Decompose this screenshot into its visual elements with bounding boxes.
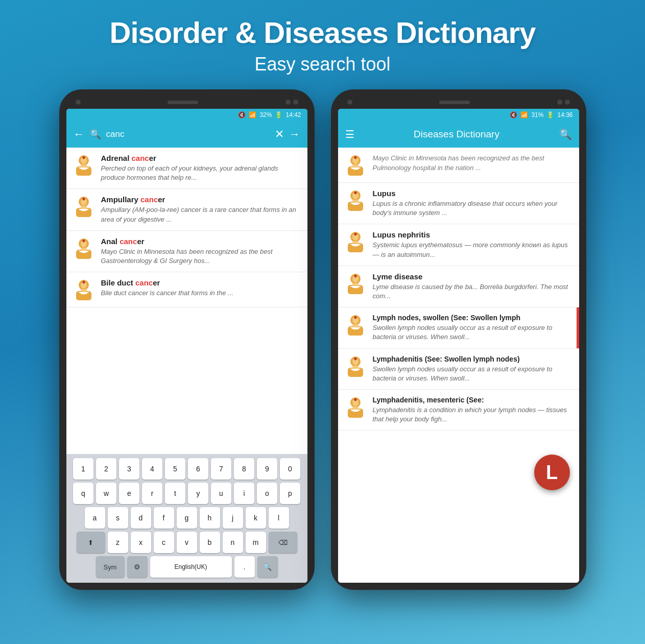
key-9[interactable]: 9	[257, 458, 277, 480]
key-z[interactable]: z	[108, 532, 128, 553]
disease-content: Lymphadenitis, mesenteric (See: Lymphade…	[373, 396, 573, 424]
menu-button[interactable]: ☰	[345, 128, 354, 140]
app-title: Diseases Dictionary	[361, 129, 553, 140]
disease-content: Lupus nephritis Systemic lupus erythemat…	[373, 230, 573, 259]
doctor-avatar-svg	[74, 196, 93, 217]
key-q[interactable]: q	[73, 483, 93, 504]
key-t[interactable]: t	[165, 483, 185, 504]
key-0[interactable]: 0	[280, 458, 300, 480]
main-title: Disorder & Diseases Dictionary	[110, 15, 536, 50]
list-item[interactable]: Lupus nephritis Systemic lupus erythemat…	[338, 224, 579, 266]
key-c[interactable]: c	[154, 532, 174, 553]
title-suffix: er	[137, 237, 144, 246]
key-7[interactable]: 7	[211, 458, 231, 480]
key-i[interactable]: i	[234, 483, 254, 504]
list-item[interactable]: Bile duct cancer Bile duct cancer is can…	[66, 272, 307, 307]
subtitle: Easy search tool	[110, 54, 536, 75]
svg-rect-47	[354, 274, 356, 277]
phone-right: 🔇 📶 31% 🔋 14:36 ☰ Diseases Dictionary 🔍	[331, 89, 586, 590]
disease-title: Lymphadenitis, mesenteric (See:	[373, 396, 573, 404]
title-highlight: canc	[132, 154, 149, 162]
key-f[interactable]: f	[154, 507, 174, 529]
key-1[interactable]: 1	[73, 458, 93, 480]
svg-rect-65	[354, 398, 356, 401]
search-input[interactable]	[106, 129, 270, 139]
key-backspace[interactable]: ⌫	[269, 532, 297, 553]
key-w[interactable]: w	[96, 483, 116, 504]
avatar	[73, 195, 95, 218]
dot1-left	[285, 100, 291, 105]
key-k[interactable]: k	[246, 507, 266, 529]
svg-rect-41	[354, 233, 356, 236]
avatar	[344, 314, 367, 336]
disease-content: Lymphadenitis (See: Swollen lymph nodes)…	[373, 355, 573, 383]
key-p[interactable]: p	[280, 483, 300, 504]
key-m[interactable]: m	[246, 532, 266, 553]
signal-icon-left: 📶	[249, 111, 256, 118]
list-item[interactable]: Adrenal cancer Perched on top of each of…	[66, 148, 307, 189]
float-bubble-l[interactable]: L	[534, 455, 570, 490]
list-item[interactable]: Lyme disease Lyme disease is caused by t…	[338, 266, 579, 307]
key-a[interactable]: a	[85, 507, 105, 529]
key-s[interactable]: s	[108, 507, 128, 529]
key-sym[interactable]: Sym	[96, 556, 125, 578]
key-6[interactable]: 6	[188, 458, 208, 480]
key-d[interactable]: d	[131, 507, 151, 529]
battery-icon-right: 🔋	[546, 111, 554, 118]
key-l[interactable]: l	[269, 507, 289, 529]
screen-left: 🔇 📶 32% 🔋 14:42 ← 🔍 ✕ →	[66, 109, 307, 583]
avatar	[73, 237, 95, 259]
phone-left: 🔇 📶 32% 🔋 14:42 ← 🔍 ✕ →	[59, 89, 315, 590]
disease-desc: Lyme disease is caused by the ba... Borr…	[373, 282, 573, 301]
title-suffix: er	[153, 278, 160, 287]
key-j[interactable]: j	[223, 507, 243, 529]
key-search[interactable]: 🔍	[257, 556, 278, 578]
key-e[interactable]: e	[119, 483, 139, 504]
dots-left	[285, 100, 298, 105]
list-item[interactable]: Mayo Clinic in Minnesota has been recogn…	[338, 148, 579, 183]
list-item[interactable]: Lymphadenitis, mesenteric (See: Lymphade…	[338, 390, 579, 431]
avatar	[344, 396, 367, 418]
title-prefix: Adrenal	[101, 154, 132, 162]
disease-title: Ampullary cancer	[101, 195, 301, 204]
list-item[interactable]: Anal cancer Mayo Clinic in Minnesota has…	[66, 231, 307, 272]
key-r[interactable]: r	[142, 483, 162, 504]
key-o[interactable]: o	[257, 483, 277, 504]
disease-title: Adrenal cancer	[101, 154, 301, 162]
key-lang[interactable]: English(UK)	[150, 556, 232, 578]
key-gear[interactable]: ⚙	[127, 556, 148, 578]
key-3[interactable]: 3	[119, 458, 139, 480]
keyboard-row-bottom: Sym ⚙ English(UK) . 🔍	[68, 556, 305, 578]
battery-pct-left: 32%	[259, 111, 272, 118]
key-g[interactable]: g	[177, 507, 197, 529]
disease-desc: Mayo Clinic in Minnesota has been recogn…	[373, 154, 573, 173]
disease-desc: Lupus is a chronic inflammatory disease …	[373, 199, 573, 218]
key-shift[interactable]: ⬆	[77, 532, 105, 553]
key-x[interactable]: x	[131, 532, 151, 553]
forward-button[interactable]: →	[289, 128, 300, 141]
svg-rect-59	[354, 357, 356, 360]
key-period[interactable]: .	[234, 556, 255, 578]
search-button-right[interactable]: 🔍	[559, 128, 572, 140]
key-b[interactable]: b	[200, 532, 220, 553]
back-button[interactable]: ←	[74, 128, 85, 141]
key-8[interactable]: 8	[234, 458, 254, 480]
list-item[interactable]: Lymph nodes, swollen (See: Swollen lymph…	[338, 307, 579, 348]
clear-button[interactable]: ✕	[275, 128, 284, 141]
doctor-avatar-svg	[346, 396, 365, 418]
list-item[interactable]: Lymphadenitis (See: Swollen lymph nodes)…	[338, 349, 579, 390]
key-u[interactable]: u	[211, 483, 231, 504]
disease-content: Lupus Lupus is a chronic inflammatory di…	[373, 189, 573, 218]
list-item[interactable]: Lupus Lupus is a chronic inflammatory di…	[338, 183, 579, 224]
key-2[interactable]: 2	[96, 458, 116, 480]
key-v[interactable]: v	[177, 532, 197, 553]
key-h[interactable]: h	[200, 507, 220, 529]
key-4[interactable]: 4	[142, 458, 162, 480]
speaker-right	[439, 101, 470, 104]
doctor-avatar-svg	[346, 355, 365, 377]
key-5[interactable]: 5	[165, 458, 185, 480]
key-n[interactable]: n	[223, 532, 243, 553]
key-y[interactable]: y	[188, 483, 208, 504]
list-item[interactable]: Ampullary cancer Ampullary (AM-poo-la-re…	[66, 189, 307, 230]
disease-title: Anal cancer	[101, 237, 301, 246]
